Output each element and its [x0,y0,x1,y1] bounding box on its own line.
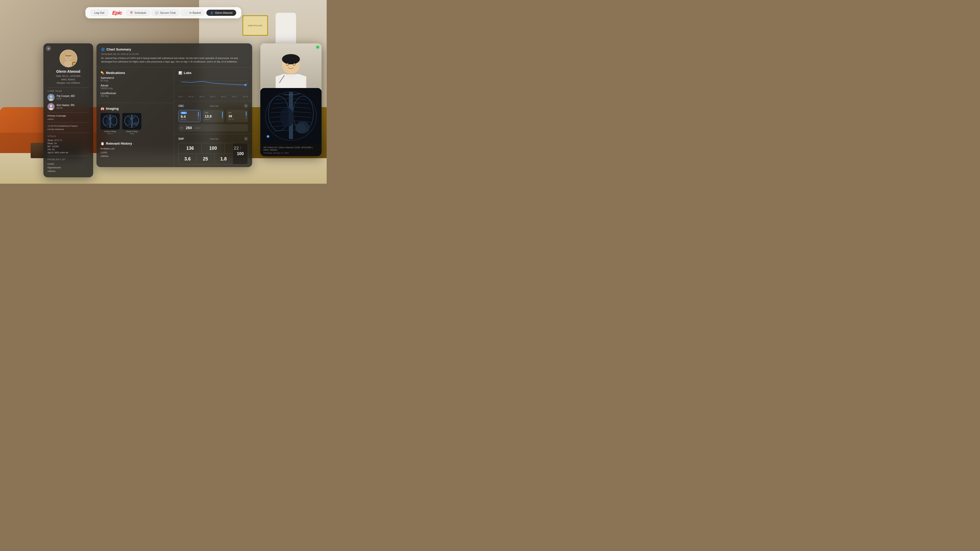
divider-2 [48,112,89,113]
labs-chart: 9.4 [178,77,248,95]
bmp-refresh-button[interactable]: ↻ [244,137,248,141]
cbc-select[interactable]: Select All [210,105,218,107]
cbc-header: CBC Select All ↻ [178,104,248,108]
patient-sidebar: ✕ ⚠ Glenn Atwood Male, 58 y.o., 4/23/196… [43,43,93,177]
svg-point-33 [282,54,300,64]
doctor-video-feed [260,43,321,88]
certificate-decoration: CERTIFICATE [242,15,268,36]
vital-bp: BP: 142/82 [48,145,89,148]
logout-button[interactable]: Log Out [91,10,108,16]
appointment-field: 12:00 PM Established Patient [48,125,89,127]
med-item-2: Advair 250/50 mcg [100,84,170,89]
online-indicator [317,46,319,48]
vitals-label: Vitals [48,135,89,138]
divider-4 [48,133,89,133]
insurance-name: Aetna [48,118,89,121]
bmp-select[interactable]: Select All [210,138,218,140]
bmp-k: 3.6 [179,154,197,164]
bmp-grid-container: 136 100 22 / [178,143,248,165]
labs-section: 📊 Labs 9.4 [174,67,252,101]
imaging-title: 🫁 Imaging [100,106,170,110]
svg-point-37 [294,64,295,65]
bmp-cl: 100 [202,143,224,154]
chat-icon: 💬 [156,11,159,14]
labs-icon: 📊 [178,71,182,75]
relevant-history-section: 📋 Relevant History Problem List COPD Ast… [97,138,174,162]
xray-img-1 [100,113,120,130]
care-team-item-1: Pat Cooper, MD PCP [48,94,89,101]
left-column: 💊 Medications Salmeterol 50 mcg Advair 2… [97,67,174,167]
xray-info-bar: XR Chest AP | Glenn Atwood | DOB: 4/23/1… [260,144,321,156]
chart-summary-icon: 🌀 [101,48,105,51]
schedule-tab[interactable]: 📅 Schedule [126,10,150,16]
bmp-glucose: 1.8 [215,154,232,164]
avatar: ⚠ [59,49,77,67]
right-column: 📊 Labs 9.4 [174,67,252,167]
svg-rect-5 [65,55,72,56]
history-icon: 📋 [100,142,104,145]
med-item-3: Levofloxican 500 mg [100,92,170,97]
nav-tabs: 📅 Schedule 💬 Secure Chat ✉️ In Basket 👤 … [126,10,236,16]
med-item-1: Salmeterol 50 mcg [100,76,170,82]
vital-hr: HR: 82 [48,148,89,151]
svg-point-24 [128,119,132,124]
xray-patient-name: XR Chest AP | Glenn Atwood | DOB: 4/23/1… [263,146,318,151]
cbc-grid: WBC 9.4 Jan 18 Hgb 13.8 Jan 18 [178,110,248,122]
divider-1 [48,87,89,88]
xray-large-image[interactable] [260,88,321,144]
video-call-panel: XR Chest AP | Glenn Atwood | DOB: 4/23/1… [260,43,321,156]
cbc-hgb: Hgb 13.8 Jan 18 [203,110,224,122]
problem-list-label: Problem List [48,158,89,161]
vital-resp: Resp: 24 [48,142,89,144]
medications-section: 💊 Medications Salmeterol 50 mcg Advair 2… [97,67,174,103]
calendar-icon: 📅 [130,11,133,14]
in-basket-tab[interactable]: ✉️ In Basket [181,10,205,16]
bmp-top-row: 136 100 22 / [179,143,248,154]
care-info-2: Kim Harker, RN Nurse [57,104,74,109]
svg-point-2 [64,60,73,67]
avatar-badge: ⚠ [72,62,76,66]
chart-summary-meta: Generated Jan 18, 2024 at 11:15 AM [101,53,248,56]
xray-thumb-2[interactable]: Chest X-Ray Today [122,113,142,135]
xray-images: Chest X-Ray Jan 11 [100,113,170,135]
svg-point-17 [106,119,110,124]
chart-summary-title: 🌀 Chart Summary [101,48,248,51]
epic-logo: Epic [112,10,122,16]
xray-panel: XR Chest AP | Glenn Atwood | DOB: 4/23/1… [260,88,321,156]
mail-icon: ✉️ [185,11,188,14]
bmp-header: BMP Select All ↻ [178,137,248,141]
svg-point-7 [50,95,52,98]
svg-text:9.4: 9.4 [247,83,248,85]
history-item-2: Asthma [100,154,170,158]
svg-point-28 [244,84,246,86]
chart-summary-section: 🌀 Chart Summary Generated Jan 18, 2024 a… [97,43,252,67]
care-info-1: Pat Cooper, MD PCP [57,95,75,100]
close-button[interactable]: ✕ [46,46,51,51]
divider-5 [48,156,89,156]
history-item-1: COPD [100,151,170,154]
care-team-label: Care Team [48,90,89,92]
vital-spo2: SpO2: 96% room air [48,151,89,154]
user-tab[interactable]: 👤 Glenn Atwood [207,10,236,16]
history-content: Problem List COPD Asthma [100,148,170,158]
bmp-na: 136 [179,143,202,154]
svg-point-36 [287,64,288,65]
xray-thumb-1[interactable]: Chest X-Ray Jan 11 [100,113,120,135]
cbc-plt: Plt 260 Jan 18 [178,124,248,131]
problem-list: COPD Hypertension Asthma [48,162,89,173]
patient-name: Glenn Atwood [48,69,89,73]
user-icon: 👤 [210,11,213,14]
bmp-bun: 22 / [225,143,248,154]
med-icon: 💊 [100,71,104,75]
secure-chat-tab[interactable]: 💬 Secure Chat [151,10,180,16]
svg-point-1 [65,54,72,60]
patient-demographics: Male, 58 y.o., 4/23/1965 MRN: 900001 All… [48,75,89,85]
imaging-section: 🫁 Imaging [97,103,174,138]
cbc-refresh-button[interactable]: ↻ [244,104,248,108]
two-col-layout: 💊 Medications Salmeterol 50 mcg Advair 2… [97,67,252,167]
department-field: Family Medicine [48,128,89,130]
chart-summary-text: Mr. Atwood has a history of COPD and is … [101,57,248,64]
history-title: 📋 Relevant History [100,141,170,145]
xray-img-2 [122,113,142,130]
svg-point-47 [267,135,269,138]
